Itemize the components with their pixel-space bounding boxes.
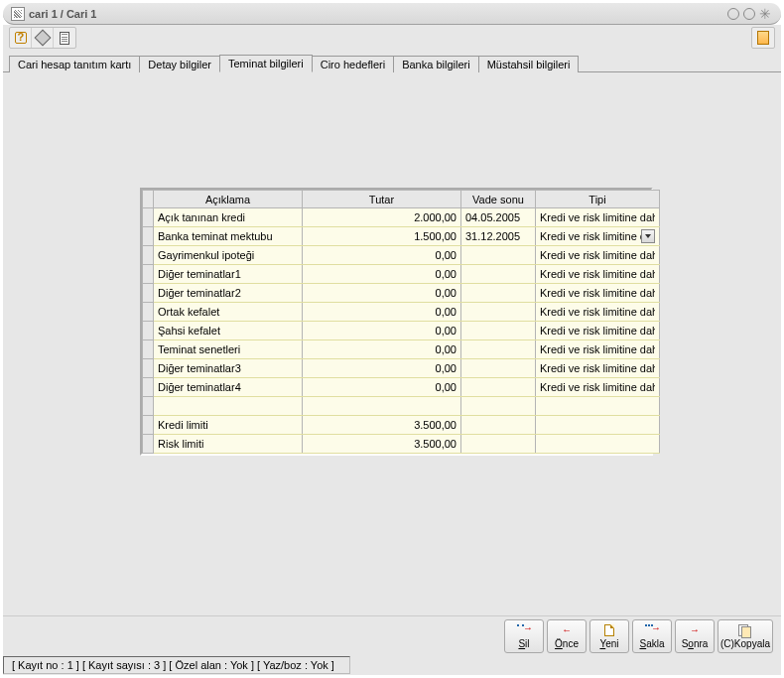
cell-blank[interactable] [536, 397, 660, 416]
cell-tutar[interactable]: 0,00 [303, 340, 461, 359]
cell-vade[interactable] [461, 265, 536, 284]
diamond-icon [34, 30, 51, 47]
tab-0[interactable]: Cari hesap tanıtım kartı [9, 56, 140, 72]
cell-vade[interactable] [461, 340, 536, 359]
row-handle[interactable] [143, 246, 154, 265]
cell-aciklama[interactable]: Teminat senetleri [154, 340, 303, 359]
cell-aciklama[interactable]: Ortak kefalet [154, 303, 303, 322]
cell-blank[interactable] [154, 397, 303, 416]
cell-aciklama[interactable]: Diğer teminatlar2 [154, 284, 303, 303]
cell-tutar[interactable]: 1.500,00 [303, 227, 461, 246]
cell-total-label[interactable]: Risk limiti [154, 435, 303, 454]
tool-button-3[interactable] [54, 28, 75, 48]
sil-button[interactable]: Sil [504, 619, 544, 653]
cell-aciklama[interactable]: Diğer teminatlar3 [154, 359, 303, 378]
cell-tipi[interactable]: Kredi ve risk limitine dahil [536, 265, 660, 284]
cell-tipi[interactable]: Kredi ve risk limitine dahil [536, 378, 660, 397]
cell-aciklama[interactable]: Diğer teminatlar4 [154, 378, 303, 397]
cell-vade[interactable]: 04.05.2005 [461, 208, 536, 227]
tipi-text: Kredi ve risk limitine dahil [540, 211, 655, 223]
grid-row[interactable]: Ortak kefalet0,00Kredi ve risk limitine … [143, 303, 660, 322]
cell-tipi[interactable]: Kredi ve risk limitine dahil [536, 284, 660, 303]
grid-total-row[interactable]: Kredi limiti3.500,00 [143, 416, 660, 435]
cell-total-value[interactable]: 3.500,00 [303, 435, 461, 454]
row-handle[interactable] [143, 416, 154, 435]
cell-tutar[interactable]: 2.000,00 [303, 208, 461, 227]
tab-2[interactable]: Teminat bilgileri [219, 55, 313, 72]
row-handle[interactable] [143, 340, 154, 359]
yeni-button[interactable]: Yeni [589, 619, 629, 653]
cell-vade[interactable] [461, 303, 536, 322]
cell-blank[interactable] [303, 397, 461, 416]
kopyala-button[interactable]: (C)Kopyala [718, 619, 773, 653]
tab-3[interactable]: Ciro hedefleri [312, 56, 394, 72]
maximize-icon[interactable] [743, 8, 755, 20]
row-handle[interactable] [143, 208, 154, 227]
row-handle[interactable] [143, 322, 154, 340]
cell-tutar[interactable]: 0,00 [303, 322, 461, 340]
cell-vade[interactable] [461, 359, 536, 378]
cell-aciklama[interactable]: Açık tanınan kredi [154, 208, 303, 227]
tab-4[interactable]: Banka bilgileri [393, 56, 478, 72]
cell-total-label[interactable]: Kredi limiti [154, 416, 303, 435]
col-header-vade[interactable]: Vade sonu [461, 191, 536, 208]
cell-aciklama[interactable]: Diğer teminatlar1 [154, 265, 303, 284]
tool-button-2[interactable] [32, 28, 54, 48]
grid-row[interactable]: Teminat senetleri0,00Kredi ve risk limit… [143, 340, 660, 359]
cell-total-value[interactable]: 3.500,00 [303, 416, 461, 435]
sonra-button[interactable]: → Sonra [675, 619, 715, 653]
grid-row[interactable]: Diğer teminatlar10,00Kredi ve risk limit… [143, 265, 660, 284]
row-handle[interactable] [143, 303, 154, 322]
cell-tipi[interactable]: Kredi ve risk limitine dahil [536, 340, 660, 359]
grid-row[interactable]: Gayrimenkul ipoteği0,00Kredi ve risk lim… [143, 246, 660, 265]
cell-tutar[interactable]: 0,00 [303, 303, 461, 322]
cell-tipi[interactable]: Kredi ve risk limitine da [536, 227, 660, 246]
row-handle[interactable] [143, 227, 154, 246]
grid-row[interactable]: Diğer teminatlar40,00Kredi ve risk limit… [143, 378, 660, 397]
row-handle[interactable] [143, 359, 154, 378]
cell-tutar[interactable]: 0,00 [303, 265, 461, 284]
tab-5[interactable]: Müstahsil bilgileri [478, 56, 580, 72]
cell-blank[interactable] [461, 397, 536, 416]
minimize-icon[interactable] [727, 8, 739, 20]
row-handle[interactable] [143, 378, 154, 397]
cell-tipi[interactable]: Kredi ve risk limitine dahil [536, 359, 660, 378]
cell-vade[interactable] [461, 322, 536, 340]
grid-row[interactable]: Banka teminat mektubu1.500,0031.12.2005K… [143, 227, 660, 246]
cell-vade[interactable] [461, 284, 536, 303]
cell-tutar[interactable]: 0,00 [303, 378, 461, 397]
grid-row[interactable]: Şahsi kefalet0,00Kredi ve risk limitine … [143, 322, 660, 340]
tool-button-right[interactable] [752, 28, 774, 48]
grid-row-blank[interactable] [143, 397, 660, 416]
cell-vade[interactable]: 31.12.2005 [461, 227, 536, 246]
dropdown-button[interactable] [641, 229, 655, 243]
help-button[interactable] [10, 28, 32, 48]
cell-tipi[interactable]: Kredi ve risk limitine dahil [536, 208, 660, 227]
cell-tipi[interactable]: Kredi ve risk limitine dahil [536, 246, 660, 265]
cell-tutar[interactable]: 0,00 [303, 359, 461, 378]
col-header-aciklama[interactable]: Açıklama [154, 191, 303, 208]
cell-aciklama[interactable]: Banka teminat mektubu [154, 227, 303, 246]
cell-tipi[interactable]: Kredi ve risk limitine dahil [536, 322, 660, 340]
cell-tutar[interactable]: 0,00 [303, 284, 461, 303]
grid-total-row[interactable]: Risk limiti3.500,00 [143, 435, 660, 454]
cell-vade[interactable] [461, 246, 536, 265]
row-handle[interactable] [143, 397, 154, 416]
close-icon[interactable]: ✳ [759, 7, 773, 21]
sakla-button[interactable]: Sakla [632, 619, 672, 653]
col-header-tipi[interactable]: Tipi [536, 191, 660, 208]
grid-row[interactable]: Açık tanınan kredi2.000,0004.05.2005Kred… [143, 208, 660, 227]
grid-row[interactable]: Diğer teminatlar30,00Kredi ve risk limit… [143, 359, 660, 378]
row-handle[interactable] [143, 435, 154, 454]
once-button[interactable]: ← Önce [547, 619, 587, 653]
tab-1[interactable]: Detay bilgiler [139, 56, 220, 72]
cell-aciklama[interactable]: Gayrimenkul ipoteği [154, 246, 303, 265]
cell-tutar[interactable]: 0,00 [303, 246, 461, 265]
row-handle[interactable] [143, 284, 154, 303]
grid-row[interactable]: Diğer teminatlar20,00Kredi ve risk limit… [143, 284, 660, 303]
cell-tipi[interactable]: Kredi ve risk limitine dahil [536, 303, 660, 322]
row-handle[interactable] [143, 265, 154, 284]
cell-vade[interactable] [461, 378, 536, 397]
col-header-tutar[interactable]: Tutar [303, 191, 461, 208]
cell-aciklama[interactable]: Şahsi kefalet [154, 322, 303, 340]
